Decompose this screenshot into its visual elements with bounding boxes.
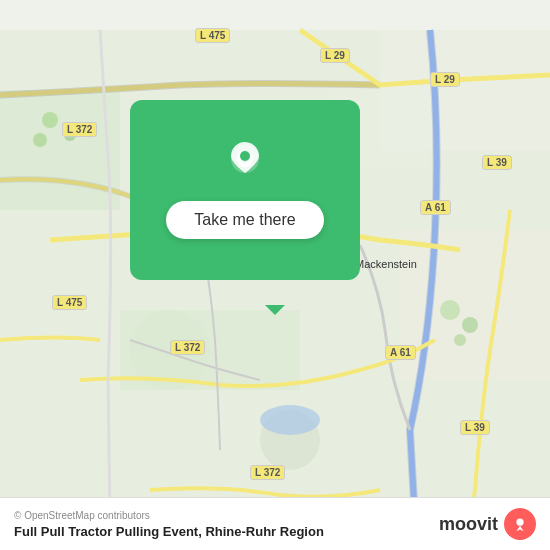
road-label-l475-top: L 475 bbox=[195, 28, 230, 43]
road-label-a61-right: A 61 bbox=[420, 200, 451, 215]
svg-point-19 bbox=[240, 151, 250, 161]
bottom-bar-info: © OpenStreetMap contributors Full Pull T… bbox=[14, 510, 324, 539]
moovit-text: moovit bbox=[439, 514, 498, 535]
svg-point-9 bbox=[42, 112, 58, 128]
road-label-l29-top: L 29 bbox=[320, 48, 350, 63]
road-label-l29-right: L 29 bbox=[430, 72, 460, 87]
moovit-icon bbox=[511, 515, 529, 533]
road-label-l475-btm: L 475 bbox=[52, 295, 87, 310]
road-label-l39-right: L 39 bbox=[482, 155, 512, 170]
road-label-a61-btm: A 61 bbox=[385, 345, 416, 360]
svg-rect-2 bbox=[0, 90, 120, 210]
place-label-mackenstein: Mackenstein bbox=[355, 258, 417, 270]
attribution-text: © OpenStreetMap contributors bbox=[14, 510, 324, 521]
moovit-logo: moovit bbox=[439, 508, 536, 540]
road-label-l372-left: L 372 bbox=[62, 122, 97, 137]
svg-point-11 bbox=[33, 133, 47, 147]
event-title: Full Pull Tractor Pulling Event, Rhine-R… bbox=[14, 524, 324, 539]
location-card: Take me there bbox=[130, 100, 360, 280]
map-container: L 475 L 29 L 29 L 372 L 39 L 475 A 61 L … bbox=[0, 0, 550, 550]
bottom-bar: © OpenStreetMap contributors Full Pull T… bbox=[0, 497, 550, 550]
take-me-there-button[interactable]: Take me there bbox=[166, 201, 323, 239]
road-label-l372-btm2: L 372 bbox=[250, 465, 285, 480]
road-label-l372-btm: L 372 bbox=[170, 340, 205, 355]
moovit-dot bbox=[504, 508, 536, 540]
svg-point-8 bbox=[260, 405, 320, 435]
svg-point-20 bbox=[516, 519, 523, 526]
svg-point-14 bbox=[454, 334, 466, 346]
road-label-l39-btm: L 39 bbox=[460, 420, 490, 435]
location-pin-icon bbox=[223, 141, 267, 185]
svg-point-12 bbox=[440, 300, 460, 320]
svg-point-13 bbox=[462, 317, 478, 333]
